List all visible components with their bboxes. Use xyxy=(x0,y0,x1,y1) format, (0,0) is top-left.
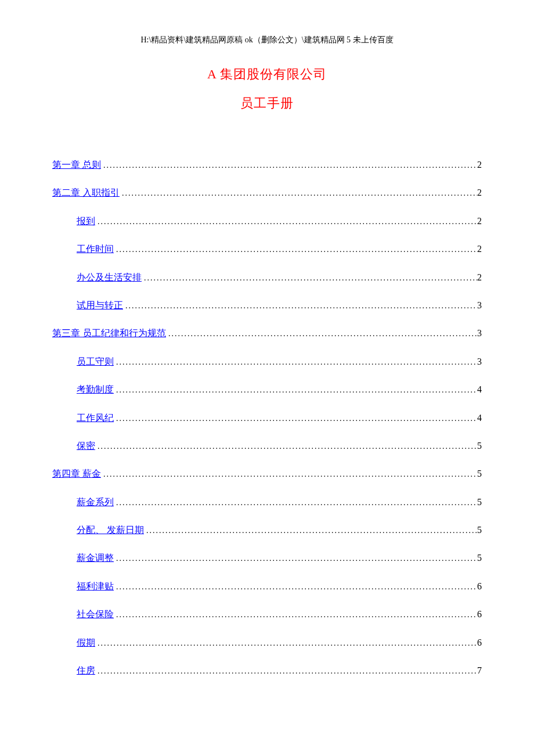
toc-page-number: 5 xyxy=(477,467,482,480)
toc-entry: 报到2 xyxy=(52,215,482,228)
toc-link[interactable]: 工作风纪 xyxy=(77,412,114,424)
toc-entry: 住房7 xyxy=(52,664,482,677)
toc-leader-dots xyxy=(95,441,477,452)
toc-leader-dots xyxy=(114,384,477,396)
toc-page-number: 5 xyxy=(477,440,482,452)
toc-page-number: 3 xyxy=(477,299,482,312)
toc-leader-dots xyxy=(142,272,477,284)
toc-leader-dots xyxy=(114,553,477,564)
toc-page-number: 3 xyxy=(477,327,482,340)
toc-page-number: 4 xyxy=(477,383,482,396)
toc-entry: 社会保险6 xyxy=(52,608,482,621)
toc-entry: 薪金调整5 xyxy=(52,552,482,564)
table-of-contents: 第一章 总则2第二章 入职指引2报到2工作时间2办公及生活安排2试用与转正3第三… xyxy=(52,159,482,677)
toc-page-number: 4 xyxy=(477,412,482,424)
toc-link[interactable]: 假期 xyxy=(77,636,95,649)
toc-leader-dots xyxy=(114,357,477,368)
toc-link[interactable]: 薪金系列 xyxy=(77,496,114,509)
toc-leader-dots xyxy=(101,469,477,480)
toc-entry: 工作风纪4 xyxy=(52,412,482,424)
toc-page-number: 5 xyxy=(477,552,482,564)
toc-page-number: 5 xyxy=(477,496,482,509)
toc-link[interactable]: 社会保险 xyxy=(77,608,114,621)
toc-entry: 薪金系列5 xyxy=(52,496,482,509)
toc-leader-dots xyxy=(95,638,477,649)
toc-entry: 员工守则3 xyxy=(52,355,482,368)
toc-link[interactable]: 第一章 总则 xyxy=(52,159,101,171)
toc-page-number: 6 xyxy=(477,608,482,621)
document-path: H:\精品资料\建筑精品网原稿 ok（删除公文）\建筑精品网 5 未上传百度 xyxy=(52,35,482,45)
toc-entry: 考勤制度4 xyxy=(52,383,482,396)
toc-entry: 试用与转正3 xyxy=(52,299,482,312)
toc-leader-dots xyxy=(101,160,477,171)
toc-link[interactable]: 福利津贴 xyxy=(77,580,114,593)
toc-leader-dots xyxy=(95,216,477,228)
toc-entry: 工作时间2 xyxy=(52,243,482,255)
toc-link[interactable]: 保密 xyxy=(77,440,95,452)
toc-link[interactable]: 分配、 发薪日期 xyxy=(77,524,144,537)
toc-entry: 福利津贴6 xyxy=(52,580,482,593)
toc-leader-dots xyxy=(123,300,477,312)
toc-page-number: 2 xyxy=(477,215,482,228)
toc-page-number: 2 xyxy=(477,186,482,199)
toc-link[interactable]: 工作时间 xyxy=(77,243,114,255)
toc-leader-dots xyxy=(120,188,477,199)
toc-leader-dots xyxy=(95,665,477,677)
toc-leader-dots xyxy=(114,244,477,255)
toc-leader-dots xyxy=(114,497,477,509)
toc-page-number: 7 xyxy=(477,664,482,677)
document-title-line1: A 集团股份有限公司 xyxy=(52,66,482,83)
toc-link[interactable]: 第三章 员工纪律和行为规范 xyxy=(52,327,166,340)
toc-page-number: 2 xyxy=(477,243,482,255)
toc-link[interactable]: 第四章 薪金 xyxy=(52,467,101,480)
toc-link[interactable]: 第二章 入职指引 xyxy=(52,186,120,199)
toc-leader-dots xyxy=(144,525,477,537)
toc-page-number: 3 xyxy=(477,355,482,368)
toc-link[interactable]: 考勤制度 xyxy=(77,383,114,396)
toc-entry: 第四章 薪金5 xyxy=(52,467,482,480)
toc-entry: 办公及生活安排2 xyxy=(52,271,482,284)
toc-page-number: 6 xyxy=(477,636,482,649)
toc-leader-dots xyxy=(114,413,477,424)
toc-page-number: 6 xyxy=(477,580,482,593)
toc-link[interactable]: 办公及生活安排 xyxy=(77,271,142,284)
toc-leader-dots xyxy=(114,581,477,593)
toc-entry: 保密5 xyxy=(52,440,482,452)
toc-page-number: 2 xyxy=(477,271,482,284)
toc-page-number: 5 xyxy=(477,524,482,537)
toc-page-number: 2 xyxy=(477,159,482,171)
toc-link[interactable]: 住房 xyxy=(77,664,95,677)
toc-link[interactable]: 薪金调整 xyxy=(77,552,114,564)
toc-leader-dots xyxy=(114,609,477,621)
toc-link[interactable]: 试用与转正 xyxy=(77,299,123,312)
document-title-line2: 员工手册 xyxy=(52,95,482,112)
toc-entry: 分配、 发薪日期5 xyxy=(52,524,482,537)
toc-link[interactable]: 报到 xyxy=(77,215,95,228)
toc-link[interactable]: 员工守则 xyxy=(77,355,114,368)
toc-entry: 第二章 入职指引2 xyxy=(52,186,482,199)
toc-leader-dots xyxy=(166,328,477,340)
toc-entry: 假期6 xyxy=(52,636,482,649)
toc-entry: 第三章 员工纪律和行为规范3 xyxy=(52,327,482,340)
toc-entry: 第一章 总则2 xyxy=(52,159,482,171)
